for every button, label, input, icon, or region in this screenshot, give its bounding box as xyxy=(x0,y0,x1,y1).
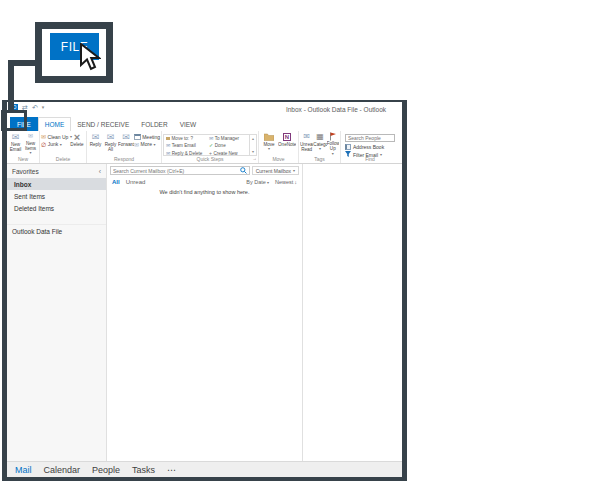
screenshot-stage: FILE O ⇄ ↶ ▾ Inbox - Outlook Data File -… xyxy=(0,0,600,484)
ribbon-group-delete: ✉ Clean Up ▾ ∅ Junk ▾ × Delete xyxy=(40,131,87,163)
quick-steps-scroll-down-icon[interactable]: ▾ xyxy=(252,149,254,154)
window-title: Inbox - Outlook Data File - Outlook xyxy=(286,106,386,113)
team-email-icon: ✉ xyxy=(166,143,170,148)
tab-send-receive[interactable]: SEND / RECEIVE xyxy=(71,117,135,131)
follow-up-flag-icon xyxy=(329,132,337,141)
onenote-button[interactable]: N OneNote xyxy=(278,132,296,156)
search-icon[interactable] xyxy=(240,167,249,174)
to-manager-icon: ✉ xyxy=(209,136,213,141)
group-label-delete: Delete xyxy=(40,156,86,163)
quick-steps-scroll-up-icon[interactable]: ▴ xyxy=(252,136,254,141)
group-label-move: Move xyxy=(259,156,298,163)
ribbon-group-quick-steps: Move to: ? ✉ To Manager ✉ Team Email xyxy=(162,131,259,163)
favorites-header: Favorites xyxy=(12,168,39,175)
folder-item-deleted-items[interactable]: Deleted Items xyxy=(7,202,106,214)
message-list-pane: Current Mailbox ▾ All Unread By Date ▾ N… xyxy=(107,164,303,461)
nav-more-icon[interactable]: ⋯ xyxy=(167,465,177,475)
nav-tasks[interactable]: Tasks xyxy=(132,465,155,475)
nav-people[interactable]: People xyxy=(92,465,120,475)
search-mailbox-input[interactable] xyxy=(111,168,240,174)
quick-step-to-manager[interactable]: ✉ To Manager xyxy=(207,135,249,142)
ribbon-group-move: Move ▾ N OneNote Move xyxy=(259,131,299,163)
reply-delete-icon: ✉ xyxy=(166,151,170,156)
move-folder-icon xyxy=(264,132,274,142)
ribbon-group-find: Address Book Filter Email ▾ Find xyxy=(341,131,399,163)
delete-button[interactable]: × Delete xyxy=(69,132,85,156)
title-bar: O ⇄ ↶ ▾ Inbox - Outlook Data File - Outl… xyxy=(7,102,402,117)
scope-dropdown-icon: ▾ xyxy=(293,168,295,173)
folder-item-inbox[interactable]: Inbox xyxy=(7,178,106,190)
group-label-respond: Respond xyxy=(87,156,161,163)
main-content: Favorites ‹ Inbox Sent Items Deleted Ite… xyxy=(7,164,402,461)
newest-arrow-icon: ↓ xyxy=(294,179,297,185)
tab-home[interactable]: HOME xyxy=(38,117,72,131)
search-people-input[interactable] xyxy=(346,135,394,141)
message-filter-row: All Unread By Date ▾ Newest ↓ xyxy=(107,176,302,186)
move-to-folder-icon xyxy=(166,137,170,141)
group-label-find: Find xyxy=(341,156,399,163)
quick-access-toolbar: O ⇄ ↶ ▾ xyxy=(11,104,44,111)
move-button[interactable]: Move ▾ xyxy=(260,132,278,156)
nav-calendar[interactable]: Calendar xyxy=(44,465,81,475)
search-people-box xyxy=(345,134,395,142)
reading-pane xyxy=(303,164,402,461)
new-email-button[interactable]: ✉ New Email xyxy=(8,132,23,156)
reply-all-button[interactable]: ✉ Reply All xyxy=(103,132,118,156)
create-new-icon: + xyxy=(209,151,212,156)
reply-icon: ✉ xyxy=(92,132,100,142)
onenote-icon: N xyxy=(283,132,291,142)
group-label-quick-steps: Quick Steps ⌐ xyxy=(162,156,258,163)
forward-icon: ✉ xyxy=(122,132,130,142)
meeting-icon xyxy=(134,134,141,140)
reply-button[interactable]: ✉ Reply xyxy=(88,132,103,156)
clean-up-icon: ✉ xyxy=(41,134,46,140)
clean-up-button[interactable]: ✉ Clean Up ▾ xyxy=(41,134,69,140)
quick-step-team-email[interactable]: ✉ Team Email xyxy=(164,142,207,149)
tab-folder[interactable]: FOLDER xyxy=(135,117,173,131)
tab-file[interactable]: FILE xyxy=(10,117,38,131)
unread-read-button[interactable]: ✉ Unread/ Read xyxy=(300,132,313,156)
filter-unread-tab[interactable]: Unread xyxy=(126,179,146,185)
categorize-button[interactable]: ▦ Categorize ▾ xyxy=(313,132,326,156)
callout-connector-vertical xyxy=(8,60,14,112)
outlook-window: O ⇄ ↶ ▾ Inbox - Outlook Data File - Outl… xyxy=(2,100,407,481)
nav-mail[interactable]: Mail xyxy=(15,465,32,475)
meeting-button[interactable]: Meeting xyxy=(134,134,160,140)
filter-all-tab[interactable]: All xyxy=(112,179,120,185)
more-respond-button[interactable]: ✉ More ▾ xyxy=(134,142,160,148)
sort-newest-toggle[interactable]: Newest ↓ xyxy=(275,179,297,185)
folder-pane: Favorites ‹ Inbox Sent Items Deleted Ite… xyxy=(7,164,107,461)
tab-view[interactable]: VIEW xyxy=(174,117,203,131)
cursor-icon xyxy=(79,43,101,73)
quick-step-move-to[interactable]: Move to: ? xyxy=(164,135,207,142)
more-respond-icon: ✉ xyxy=(134,142,139,148)
forward-button[interactable]: ✉ Forward xyxy=(118,132,134,156)
file-tab-callout: FILE xyxy=(35,22,113,83)
folder-item-sent-items[interactable]: Sent Items xyxy=(7,190,106,202)
send-receive-icon[interactable]: ⇄ xyxy=(22,104,28,111)
customize-qat-icon[interactable]: ▾ xyxy=(42,105,45,110)
sort-by-date-dropdown[interactable]: By Date ▾ xyxy=(246,179,269,185)
empty-list-message: We didn't find anything to show here. xyxy=(107,186,302,195)
new-items-icon: ✉ xyxy=(28,132,33,141)
new-email-icon: ✉ xyxy=(12,132,20,142)
quick-steps-gallery: Move to: ? ✉ To Manager ✉ Team Email xyxy=(163,134,250,156)
group-label-new: New xyxy=(7,156,39,163)
undo-icon[interactable]: ↶ xyxy=(32,104,38,111)
new-items-button[interactable]: ✉ New Items ▾ xyxy=(23,132,38,156)
address-book-button[interactable]: Address Book xyxy=(345,144,395,150)
search-mailbox-box xyxy=(110,166,250,175)
ribbon-group-new: ✉ New Email ✉ New Items ▾ New xyxy=(7,131,40,163)
done-check-icon: ✓ xyxy=(209,143,213,148)
group-label-tags: Tags xyxy=(299,156,340,163)
quick-step-done[interactable]: ✓ Done xyxy=(207,142,249,149)
follow-up-button[interactable]: Follow Up ▾ xyxy=(327,132,339,156)
junk-button[interactable]: ∅ Junk ▾ xyxy=(41,142,69,148)
ribbon-tab-row: FILE HOME SEND / RECEIVE FOLDER VIEW xyxy=(7,117,402,131)
ribbon: ✉ New Email ✉ New Items ▾ New ✉ xyxy=(7,131,402,164)
delete-x-icon: × xyxy=(74,132,80,142)
quick-steps-dialog-launcher-icon[interactable]: ⌐ xyxy=(253,156,256,163)
collapse-folder-pane-icon[interactable]: ‹ xyxy=(99,168,101,175)
folder-item-outlook-data-file[interactable]: Outlook Data File xyxy=(7,224,106,238)
search-scope-dropdown[interactable]: Current Mailbox ▾ xyxy=(252,166,299,175)
